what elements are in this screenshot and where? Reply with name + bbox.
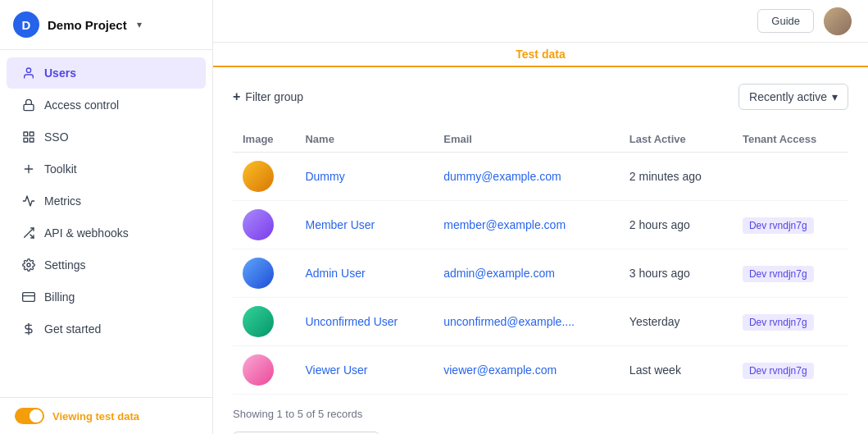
sidebar-footer: Viewing test data — [0, 397, 212, 434]
cell-tenant-access — [733, 153, 848, 201]
grid-icon — [21, 130, 36, 144]
main-content: Guide Test data + Filter group Recently … — [213, 0, 868, 434]
table-footer: Showing 1 to 5 of 5 records — [233, 408, 848, 420]
cell-email: viewer@example.com — [434, 346, 620, 395]
logo-icon: D — [13, 11, 39, 38]
plus-icon: + — [233, 89, 240, 104]
user-avatar — [243, 354, 274, 386]
cell-last-active: 2 hours ago — [620, 201, 733, 249]
user-name-link[interactable]: Admin User — [305, 267, 365, 280]
cell-name: Member User — [295, 201, 434, 249]
guide-button[interactable]: Guide — [757, 9, 814, 33]
svg-rect-3 — [30, 132, 34, 136]
cell-email: unconfirmed@example.... — [434, 298, 620, 346]
tenant-badge: Dev rvndjn7g — [743, 266, 814, 282]
sidebar-item-label: API & webhooks — [44, 226, 129, 240]
user-name-link[interactable]: Member User — [305, 218, 375, 231]
cell-tenant-access: Dev rvndjn7g — [733, 201, 848, 249]
project-name: Demo Project — [48, 18, 127, 32]
chevron-down-icon: ▾ — [832, 90, 838, 103]
cell-name: Viewer User — [295, 346, 434, 395]
filter-group-button[interactable]: + Filter group — [233, 86, 303, 107]
cell-email: member@example.com — [434, 201, 620, 249]
showing-records: Showing 1 to 5 of 5 records — [233, 408, 362, 420]
svg-rect-2 — [24, 132, 28, 136]
svg-point-10 — [27, 263, 30, 267]
svg-rect-5 — [30, 138, 34, 142]
user-name-link[interactable]: Dummy — [305, 170, 344, 183]
sidebar-item-label: Access control — [44, 98, 119, 112]
svg-rect-1 — [24, 104, 34, 110]
user-email: viewer@example.com — [443, 363, 557, 377]
cell-image — [233, 346, 295, 395]
table-body: Dummydummy@example.com2 minutes agoMembe… — [233, 153, 848, 395]
users-icon — [21, 66, 36, 80]
cell-last-active: Yesterday — [620, 298, 733, 346]
sidebar-item-label: Toolkit — [44, 162, 77, 176]
content-area: + Filter group Recently active ▾ Image N… — [213, 67, 868, 434]
sidebar-item-sso[interactable]: SSO — [7, 121, 206, 153]
svg-point-0 — [26, 68, 30, 72]
table-row: Admin Useradmin@example.com3 hours agoDe… — [233, 249, 848, 298]
sidebar-item-settings[interactable]: Settings — [7, 249, 206, 281]
user-email: admin@example.com — [443, 267, 555, 280]
sidebar-item-billing[interactable]: Billing — [7, 281, 206, 313]
user-email: unconfirmed@example.... — [443, 315, 575, 328]
footer-label: Viewing test data — [52, 410, 139, 423]
cell-image — [233, 153, 295, 201]
user-name-link[interactable]: Unconfirmed User — [305, 315, 398, 328]
sidebar-nav: Users Access control SSO — [0, 50, 212, 397]
sidebar-item-label: Metrics — [44, 194, 81, 208]
svg-rect-4 — [24, 138, 28, 142]
tenant-badge: Dev rvndjn7g — [743, 314, 814, 331]
cell-name: Dummy — [295, 153, 434, 201]
chevron-down-icon[interactable]: ▾ — [137, 19, 142, 30]
cell-tenant-access: Dev rvndjn7g — [733, 346, 848, 395]
col-tenant-access: Tenant Access — [733, 126, 848, 153]
user-avatar — [243, 258, 274, 289]
user-avatar — [243, 161, 274, 192]
sidebar: D Demo Project ▾ Users Access control — [0, 0, 213, 434]
user-avatar-image — [824, 7, 852, 35]
sidebar-item-metrics[interactable]: Metrics — [7, 185, 206, 217]
cell-last-active: 3 hours ago — [620, 249, 733, 298]
col-last-active: Last Active — [620, 126, 733, 153]
cell-email: dummy@example.com — [434, 153, 620, 201]
cell-tenant-access: Dev rvndjn7g — [733, 249, 848, 298]
table-row: Dummydummy@example.com2 minutes ago — [233, 153, 848, 201]
settings-icon — [21, 258, 36, 272]
sidebar-item-label: Get started — [44, 322, 101, 336]
user-name-link[interactable]: Viewer User — [305, 363, 367, 377]
api-icon — [21, 226, 36, 240]
cell-image — [233, 298, 295, 346]
col-image: Image — [233, 126, 295, 153]
cell-tenant-access: Dev rvndjn7g — [733, 298, 848, 346]
tenant-badge: Dev rvndjn7g — [743, 217, 814, 234]
flag-icon — [21, 322, 36, 336]
billing-icon — [21, 290, 36, 304]
sidebar-item-api-webhooks[interactable]: API & webhooks — [7, 217, 206, 249]
cell-last-active: 2 minutes ago — [620, 153, 733, 201]
lock-icon — [21, 98, 36, 112]
user-avatar — [243, 209, 274, 240]
sidebar-item-users[interactable]: Users — [7, 57, 206, 89]
sort-dropdown[interactable]: Recently active ▾ — [738, 84, 848, 110]
sidebar-item-label: Settings — [44, 258, 86, 272]
filter-label: Filter group — [245, 90, 303, 103]
tenant-badge: Dev rvndjn7g — [743, 363, 814, 379]
sidebar-item-get-started[interactable]: Get started — [7, 313, 206, 345]
svg-rect-11 — [23, 293, 35, 302]
user-email: member@example.com — [443, 218, 566, 231]
sort-label: Recently active — [749, 90, 827, 103]
sidebar-item-access-control[interactable]: Access control — [7, 89, 206, 121]
col-name: Name — [295, 126, 434, 153]
user-avatar — [243, 306, 274, 337]
user-email: dummy@example.com — [443, 170, 561, 183]
table-row: Unconfirmed Userunconfirmed@example....Y… — [233, 298, 848, 346]
cell-name: Unconfirmed User — [295, 298, 434, 346]
sidebar-item-toolkit[interactable]: Toolkit — [7, 153, 206, 185]
tool-icon — [21, 162, 36, 176]
sidebar-item-label: Billing — [44, 290, 75, 304]
metrics-icon — [21, 194, 36, 208]
test-data-toggle[interactable] — [15, 408, 44, 424]
